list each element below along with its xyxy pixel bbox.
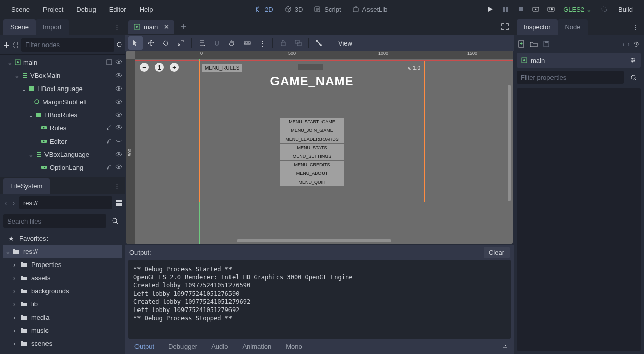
menu-debug[interactable]: Debug — [70, 3, 102, 16]
tab-output[interactable]: Output — [128, 340, 160, 353]
list-select-tool[interactable] — [195, 36, 209, 50]
dock-options-icon[interactable]: ⋮ — [627, 23, 644, 31]
filesystem-tab[interactable]: FileSystem — [3, 178, 50, 194]
inspector-filter-input[interactable] — [517, 71, 624, 84]
build-button[interactable]: Build — [612, 3, 639, 16]
play-custom-button[interactable] — [544, 2, 558, 16]
visibility-icon[interactable] — [115, 125, 122, 131]
snap-tool[interactable] — [210, 36, 224, 50]
visibility-icon[interactable] — [115, 59, 122, 65]
scene-file-tab[interactable]: main ✕ — [128, 20, 174, 34]
viewport-scrollbar-h[interactable] — [237, 239, 391, 242]
fs-folder[interactable]: ›music — [3, 324, 122, 337]
add-node-button[interactable] — [3, 38, 10, 52]
tab-debugger[interactable]: Debugger — [162, 340, 203, 353]
fs-path-input[interactable] — [19, 196, 112, 209]
tree-node-optionlang[interactable]: OptionLang — [3, 161, 122, 174]
fs-folder[interactable]: ›Properties — [3, 258, 122, 271]
settings-icon[interactable] — [630, 57, 637, 64]
visibility-icon[interactable] — [115, 73, 122, 78]
clear-button[interactable]: Clear — [484, 247, 510, 258]
scene-tab[interactable]: Scene — [3, 19, 36, 35]
signal-icon[interactable] — [106, 125, 112, 131]
hidden-icon[interactable] — [115, 138, 122, 144]
new-resource-icon[interactable] — [518, 40, 525, 48]
renderer-select[interactable]: GLES2⌄ — [559, 6, 596, 13]
menu-help[interactable]: Help — [133, 3, 159, 16]
nav-back-icon[interactable]: ‹ — [3, 196, 8, 210]
select-tool[interactable] — [128, 36, 143, 50]
tree-node-vboxlanguage[interactable]: ⌄VBoxLanguage — [3, 148, 122, 161]
lock-tool[interactable] — [276, 36, 290, 50]
close-icon[interactable]: ✕ — [164, 23, 169, 31]
play-scene-button[interactable] — [529, 2, 543, 16]
fs-root[interactable]: ⌄res:// — [3, 245, 122, 258]
visibility-icon[interactable] — [115, 164, 122, 170]
view-menu[interactable]: View — [333, 37, 357, 49]
inspector-tab[interactable]: Inspector — [517, 19, 558, 35]
output-log[interactable]: ** Debug Process Started ** OpenGL ES 2.… — [128, 260, 511, 339]
distraction-free-icon[interactable] — [499, 21, 511, 32]
rotate-tool[interactable] — [159, 36, 173, 50]
script-icon[interactable] — [106, 59, 112, 65]
history-back-icon[interactable]: ‹ — [622, 40, 624, 48]
group-tool[interactable] — [291, 36, 305, 50]
fs-search-input[interactable] — [3, 214, 106, 228]
scene-filter-input[interactable] — [21, 38, 114, 52]
collapse-panel-icon[interactable] — [499, 341, 511, 351]
save-resource-icon[interactable] — [543, 40, 550, 48]
visibility-icon[interactable] — [115, 86, 122, 91]
signal-icon[interactable] — [106, 164, 112, 170]
scale-tool[interactable] — [174, 36, 188, 50]
play-button[interactable] — [483, 2, 497, 16]
game-canvas[interactable]: MENU_RULES v. 1.0 GAME_NAME MENU_START_G… — [199, 61, 425, 202]
menu-editor[interactable]: Editor — [103, 3, 132, 16]
search-icon[interactable] — [108, 214, 122, 228]
tree-node-rules[interactable]: Rules — [3, 121, 122, 135]
tab-animation[interactable]: Animation — [236, 340, 278, 353]
search-icon[interactable] — [116, 38, 123, 52]
fs-favorites[interactable]: ★Favorites: — [3, 232, 122, 245]
zoom-reset-button[interactable]: 1 — [155, 63, 164, 72]
visibility-icon[interactable] — [115, 99, 122, 104]
mode-3d[interactable]: 3D — [280, 3, 308, 16]
history-icon[interactable] — [633, 40, 640, 48]
search-icon[interactable] — [627, 71, 641, 85]
node-tab[interactable]: Node — [558, 19, 587, 35]
tree-node-hboxrules[interactable]: ⌄HBoxRules — [3, 108, 122, 121]
ruler-tool[interactable] — [240, 36, 254, 50]
fs-folder[interactable]: ›backgrounds — [3, 284, 122, 297]
zoom-out-button[interactable]: − — [140, 63, 149, 72]
fs-folder[interactable]: ›assets — [3, 271, 122, 284]
tree-node-vboxmain[interactable]: ⌄VBoxMain — [3, 69, 122, 82]
dock-options-icon[interactable]: ⋮ — [109, 23, 125, 31]
mode-assetlib[interactable]: AssetLib — [347, 3, 393, 16]
mode-2d[interactable]: 2D — [250, 3, 279, 16]
load-resource-icon[interactable] — [530, 41, 538, 47]
mode-script[interactable]: Script — [309, 3, 346, 16]
visibility-icon[interactable] — [115, 112, 122, 117]
fs-folder[interactable]: ›lib — [3, 297, 122, 311]
stop-button[interactable] — [514, 2, 528, 16]
tab-mono[interactable]: Mono — [280, 340, 308, 353]
toolbar-more[interactable]: ⋮ — [255, 36, 269, 50]
viewport-scrollbar-v[interactable] — [508, 85, 511, 201]
tab-audio[interactable]: Audio — [205, 340, 234, 353]
menu-project[interactable]: Project — [37, 3, 69, 16]
pan-tool[interactable] — [225, 36, 239, 50]
import-tab[interactable]: Import — [36, 19, 69, 35]
visibility-icon[interactable] — [115, 152, 122, 157]
instance-scene-button[interactable] — [12, 38, 19, 52]
tree-node-marginstubleft[interactable]: MarginStubLeft — [3, 95, 122, 108]
zoom-in-button[interactable]: + — [170, 63, 179, 72]
tree-node-main[interactable]: ⌄main — [3, 56, 122, 69]
tree-node-editor[interactable]: Editor — [3, 135, 122, 148]
move-tool[interactable] — [144, 36, 158, 50]
fs-folder[interactable]: ›media — [3, 311, 122, 324]
viewport[interactable]: 0 500 1000 1500 500 − 1 + — [126, 51, 513, 244]
menu-scene[interactable]: Scene — [5, 3, 36, 16]
fs-view-mode-icon[interactable] — [115, 196, 122, 210]
history-fwd-icon[interactable]: › — [628, 40, 630, 48]
inspector-node[interactable]: main — [517, 53, 641, 68]
nav-forward-icon[interactable]: › — [11, 196, 16, 210]
